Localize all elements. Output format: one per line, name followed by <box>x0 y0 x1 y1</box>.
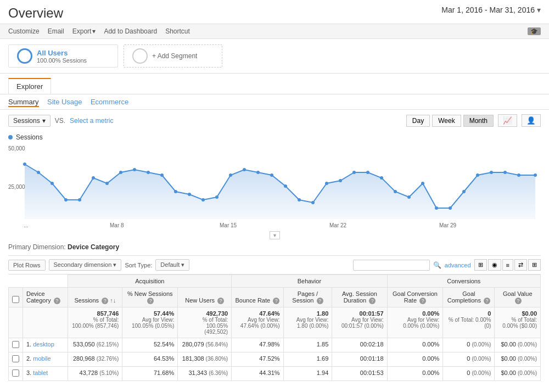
chart-point <box>462 190 466 193</box>
chart-point <box>188 193 191 196</box>
goal-completions-info-icon[interactable]: ? <box>484 298 490 304</box>
new-users-header[interactable]: New Users ? <box>178 288 232 307</box>
pages-session-info-icon[interactable]: ? <box>317 298 323 304</box>
sub-tab-summary[interactable]: Summary <box>8 98 39 107</box>
total-sessions: 857,746 % of Total: 100.00% (857,746) <box>68 307 122 338</box>
sessions-header[interactable]: Sessions ? ↑↓ <box>68 288 122 307</box>
chart-point <box>270 173 273 177</box>
week-button[interactable]: Week <box>432 115 461 127</box>
chart-point <box>133 168 136 171</box>
chart-point <box>380 176 383 180</box>
day-button[interactable]: Day <box>406 115 430 127</box>
export-button[interactable]: Export ▾ <box>72 26 96 36</box>
customize-button[interactable]: Customize <box>8 26 40 36</box>
pct-new-sessions-cell: 71.68% <box>122 367 178 381</box>
chart-point <box>503 171 507 174</box>
chart-point <box>311 201 315 204</box>
device-link[interactable]: tablet <box>33 369 48 376</box>
conversions-group-header: Conversions <box>387 275 540 288</box>
vs-label: VS. <box>55 117 65 125</box>
row-checkbox[interactable] <box>9 367 23 381</box>
email-button[interactable]: Email <box>48 26 64 36</box>
line-chart-button[interactable]: 📈 <box>498 114 517 127</box>
sort-default-dropdown[interactable]: Default ▾ <box>155 259 189 271</box>
plot-rows-button[interactable]: Plot Rows <box>8 260 46 271</box>
pages-session-header[interactable]: Pages / Session ? <box>283 288 332 307</box>
select-all-checkbox[interactable] <box>9 288 23 307</box>
metric-selector: Sessions ▾ VS. Select a metric <box>8 115 113 127</box>
device-link[interactable]: mobile <box>33 355 51 362</box>
tab-explorer[interactable]: Explorer <box>8 78 51 94</box>
toolbar-right: 🎓 <box>528 27 541 35</box>
select-metric-link[interactable]: Select a metric <box>70 117 113 125</box>
chart-point <box>394 190 397 193</box>
chart-point <box>534 173 537 177</box>
metric-dropdown-arrow: ▾ <box>42 117 46 125</box>
chart-point <box>476 173 479 177</box>
chart-point <box>256 171 260 174</box>
chart-collapse[interactable]: ▾ <box>8 231 541 239</box>
avg-session-info-icon[interactable]: ? <box>369 298 376 304</box>
chart-point <box>92 176 95 180</box>
sub-tabs: Summary Site Usage Ecommerce <box>0 94 549 110</box>
goal-value-header[interactable]: Goal Value ? <box>495 288 541 307</box>
avg-session-cell: 00:02:18 <box>332 338 387 352</box>
row-checkbox[interactable] <box>9 338 23 352</box>
table-search-input[interactable] <box>353 260 430 271</box>
page-title: Overview <box>8 5 63 21</box>
chart-point <box>490 171 493 174</box>
goal-conv-rate-info-icon[interactable]: ? <box>419 298 426 304</box>
device-category-info-icon[interactable]: ? <box>54 298 60 304</box>
add-dashboard-button[interactable]: Add to Dashboard <box>104 26 157 36</box>
chart-point <box>284 184 287 188</box>
sessions-info-icon[interactable]: ? <box>102 298 108 304</box>
pivot-view-button[interactable]: ⊞ <box>528 259 541 271</box>
chart-point <box>51 182 54 185</box>
goal-completions-header[interactable]: Goal Completions ? <box>443 288 495 307</box>
all-users-segment[interactable]: All Users 100.00% Sessions <box>8 44 118 68</box>
help-icon: 🎓 <box>528 27 541 35</box>
new-users-info-icon[interactable]: ? <box>217 298 224 304</box>
sessions-metric-dropdown[interactable]: Sessions ▾ <box>8 115 51 127</box>
toolbar: Customize Email Export ▾ Add to Dashboar… <box>0 24 549 39</box>
chart-point <box>449 206 452 210</box>
chart-point <box>517 173 520 177</box>
chart-point <box>174 190 177 193</box>
bar-view-button[interactable]: ≡ <box>502 259 513 271</box>
secondary-dimension-dropdown[interactable]: Secondary dimension ▾ <box>49 259 122 271</box>
bar-chart-button[interactable]: 👤 <box>522 114 541 127</box>
bounce-rate-header[interactable]: Bounce Rate ? <box>232 288 283 307</box>
device-name-cell: 1. desktop <box>23 338 68 352</box>
time-controls: Day Week Month 📈 👤 <box>406 114 541 127</box>
sub-tab-ecommerce[interactable]: Ecommerce <box>91 98 128 106</box>
add-segment-button[interactable]: + Add Segment <box>124 44 222 68</box>
bounce-rate-info-icon[interactable]: ? <box>273 298 279 304</box>
row-checkbox[interactable] <box>9 352 23 367</box>
avg-session-header[interactable]: Avg. Session Duration ? <box>332 288 387 307</box>
bounce-rate-cell: 47.98% <box>232 338 283 352</box>
sub-tab-site-usage[interactable]: Site Usage <box>47 98 82 106</box>
advanced-link[interactable]: advanced <box>445 262 471 268</box>
pie-view-button[interactable]: ◉ <box>488 259 501 271</box>
pct-new-sessions-info-icon[interactable]: ? <box>147 298 154 304</box>
date-range[interactable]: Mar 1, 2016 - Mar 31, 2016 ▾ <box>441 5 541 14</box>
search-icon[interactable]: 🔍 <box>433 261 441 269</box>
bounce-rate-cell: 44.31% <box>232 367 283 381</box>
goal-conv-rate-header[interactable]: Goal Conversion Rate ? <box>387 288 443 307</box>
shortcut-button[interactable]: Shortcut <box>165 26 190 36</box>
total-avg-session: 00:01:57 Avg for View: 00:01:57 (0.00%) <box>332 307 387 338</box>
table-toolbar-left: Plot Rows Secondary dimension ▾ Sort Typ… <box>8 259 189 271</box>
month-button[interactable]: Month <box>463 115 494 127</box>
chart-legend: Sessions <box>8 131 541 142</box>
grid-view-button[interactable]: ⊞ <box>474 259 487 271</box>
goal-value-cell: $0.00 (0.00%) <box>495 367 541 381</box>
chart-area: Sessions 50,000 25,000 ... Mar 8 Mar 15 … <box>0 131 549 239</box>
device-link[interactable]: desktop <box>33 341 54 348</box>
pages-session-cell: 1.69 <box>283 352 332 367</box>
total-goal-completions: 0 % of Total: 0.00% (0) <box>443 307 495 338</box>
chart-point <box>229 173 232 177</box>
goal-value-info-icon[interactable]: ? <box>515 298 522 304</box>
compare-view-button[interactable]: ⇄ <box>514 259 527 271</box>
pct-new-sessions-header[interactable]: % New Sessions ? <box>122 288 178 307</box>
pct-new-sessions-cell: 52.54% <box>122 338 178 352</box>
